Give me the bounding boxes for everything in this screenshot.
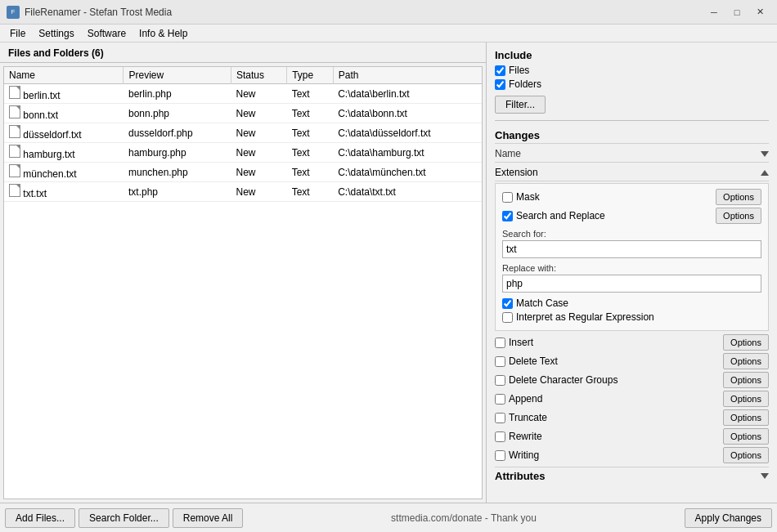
search-folder-button[interactable]: Search Folder... [79,508,169,528]
right-panel: Include Files Folders Filter... Changes … [487,42,777,503]
truncate-label: Truncate [509,412,547,423]
cell-type: Text [287,182,334,202]
delete-text-checkbox[interactable] [495,356,505,367]
extension-label: Extension [495,167,538,178]
left-panel: Files and Folders (6) Name Preview Statu… [0,42,487,503]
files-checkbox[interactable] [495,65,505,76]
files-header: Files and Folders (6) [0,42,486,63]
cell-path: C:\data\txt.txt [333,182,482,202]
mask-options-button[interactable]: Options [716,189,761,205]
window-title: FileRenamer - Stefan Trost Media [25,7,172,18]
table-row[interactable]: düsseldorf.txtdusseldorf.phpNewTextC:\da… [4,123,482,143]
window-controls: ─ □ ✕ [703,4,770,20]
search-replace-options-button[interactable]: Options [716,208,761,224]
truncate-checkbox[interactable] [495,413,505,423]
attributes-row: Attributes [495,467,769,485]
folders-label: Folders [509,78,541,90]
attributes-header: Attributes [495,470,545,482]
delete-char-groups-checkbox[interactable] [495,375,505,386]
cell-name: berlin.txt [4,84,124,104]
title-bar: F FileRenamer - Stefan Trost Media ─ □ ✕ [0,0,777,25]
folders-checkbox[interactable] [495,79,505,90]
menu-file[interactable]: File [3,26,32,41]
col-path: Path [333,67,482,84]
filter-button[interactable]: Filter... [495,96,546,114]
add-files-button[interactable]: Add Files... [5,508,75,528]
cell-name: düsseldorf.txt [4,123,124,143]
match-case-row: Match Case [502,297,761,309]
name-row: Name [495,145,769,163]
insert-row: Insert Options [495,334,769,351]
rewrite-label: Rewrite [509,431,542,442]
rewrite-options-button[interactable]: Options [723,428,769,445]
table-row[interactable]: hamburg.txthamburg.phpNewTextC:\data\ham… [4,143,482,163]
cell-preview: hamburg.php [124,143,231,163]
insert-checkbox[interactable] [495,338,505,348]
apply-changes-button[interactable]: Apply Changes [685,508,772,528]
minimize-button[interactable]: ─ [703,4,725,20]
main-layout: Files and Folders (6) Name Preview Statu… [0,42,777,503]
cell-type: Text [287,84,334,104]
cell-type: Text [287,163,334,182]
delete-text-row: Delete Text Options [495,353,769,369]
table-row[interactable]: münchen.txtmunchen.phpNewTextC:\data\mün… [4,163,482,182]
extension-area: Mask Options Search and Replace Options … [495,183,769,331]
delete-char-groups-options-button[interactable]: Options [723,372,769,388]
maximize-button[interactable]: □ [726,4,748,20]
delete-text-options-button[interactable]: Options [723,353,769,369]
append-options-button[interactable]: Options [723,391,769,407]
insert-options-button[interactable]: Options [723,334,769,351]
cell-path: C:\data\münchen.txt [333,163,482,182]
menu-software[interactable]: Software [81,26,132,41]
regex-row: Interpret as Regular Expression [502,311,761,323]
cell-status: New [231,143,286,163]
rewrite-checkbox[interactable] [495,431,505,442]
attributes-expand-icon[interactable] [761,473,769,479]
table-row[interactable]: berlin.txtberlin.phpNewTextC:\data\berli… [4,84,482,104]
search-for-label: Search for: [502,229,761,239]
search-for-group: Search for: [502,229,761,263]
regex-checkbox[interactable] [502,312,513,323]
truncate-row: Truncate Options [495,409,769,426]
table-row[interactable]: txt.txttxt.phpNewTextC:\data\txt.txt [4,182,482,202]
cell-status: New [231,182,286,202]
cell-path: C:\data\hamburg.txt [333,143,482,163]
app-icon: F [7,6,20,19]
mask-row: Mask Options [502,189,761,205]
cell-type: Text [287,143,334,163]
close-button[interactable]: ✕ [749,4,770,20]
cell-path: C:\data\berlin.txt [333,84,482,104]
search-replace-checkbox[interactable] [502,211,513,221]
files-checkbox-row: Files [495,65,769,76]
files-label: Files [509,65,529,76]
include-section-header: Include [495,49,769,61]
search-for-input[interactable] [502,240,761,258]
truncate-options-button[interactable]: Options [723,409,769,426]
writing-checkbox[interactable] [495,450,505,461]
delete-text-label: Delete Text [509,355,558,367]
delete-char-groups-row: Delete Character Groups Options [495,372,769,388]
bottom-bar-right: Apply Changes [685,508,772,528]
rewrite-row: Rewrite Options [495,428,769,445]
menu-info-help[interactable]: Info & Help [132,26,194,41]
cell-preview: txt.php [124,182,231,202]
menu-settings[interactable]: Settings [32,26,80,41]
folders-checkbox-row: Folders [495,78,769,90]
extension-collapse-icon[interactable] [761,170,769,176]
writing-options-button[interactable]: Options [723,447,769,463]
mask-checkbox[interactable] [502,192,513,203]
menu-bar: File Settings Software Info & Help [0,25,777,42]
donation-text: sttmedia.com/donate - Thank you [391,512,537,524]
cell-type: Text [287,123,334,143]
table-row[interactable]: bonn.txtbonn.phpNewTextC:\data\bonn.txt [4,104,482,123]
append-checkbox[interactable] [495,394,505,405]
match-case-checkbox[interactable] [502,298,513,309]
cell-status: New [231,123,286,143]
cell-status: New [231,104,286,123]
cell-status: New [231,84,286,104]
name-expand-icon[interactable] [761,151,769,157]
remove-all-button[interactable]: Remove All [173,508,244,528]
changes-header: Changes [495,129,540,141]
mask-label: Mask [516,191,540,203]
replace-with-input[interactable] [502,275,761,293]
